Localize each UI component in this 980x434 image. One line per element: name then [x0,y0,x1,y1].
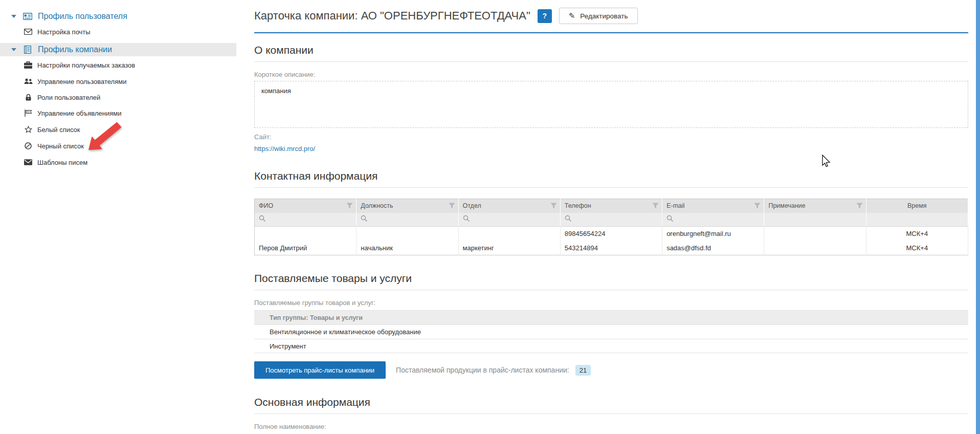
sidebar-item-white-list[interactable]: Белый список [0,123,80,136]
cell-phone: 89845654224 [560,227,662,241]
briefcase-icon [24,61,33,69]
sidebar-item-label: Настройки получаемых заказов [37,61,135,69]
sidebar-item-label: Управление объявлениями [37,110,121,117]
short-description-value: компания [261,87,291,95]
contacts-filter-row [255,213,968,227]
filter-funnel-icon[interactable] [550,203,557,210]
section-divider [254,187,968,188]
search-icon [666,215,674,224]
notebook-icon [23,46,33,54]
filter-cell-time [866,213,968,227]
edit-button-label: Редактировать [580,12,628,20]
sidebar-item-label: Шаблоны писем [37,159,87,166]
sidebar-item-label: Черный список [37,142,84,150]
view-pricelists-button[interactable]: Посмотреть прайс-листы компании [254,361,386,379]
sidebar-item-label: Роли пользователей [37,94,100,101]
envelope-icon [24,159,33,165]
chevron-down-icon[interactable] [11,15,16,18]
contact-row: 89845654224 orenburgneft@mail.ru МСК+4 [255,227,968,241]
section-heading-contacts: Контактная информация [254,170,377,182]
sidebar-item-user-roles[interactable]: Роли пользователей [0,91,100,103]
cell-department: маркетинг [458,241,560,255]
search-icon [259,215,266,224]
filter-funnel-icon[interactable] [346,203,353,210]
filter-funnel-icon[interactable] [449,203,455,210]
cell-email: orenburgneft@mail.ru [662,227,764,241]
cell-time: МСК+4 [866,227,968,241]
sidebar: Профиль пользователя Настройка почты Про… [0,0,240,434]
filter-input-department[interactable] [458,213,560,227]
column-header-email[interactable]: E-mail [662,199,764,213]
search-icon [361,215,368,224]
groups-label: Поставляемые группы товаров и услуг: [254,299,375,307]
main-content: Карточка компании: АО "ОРЕНБУРГНЕФТЕОТДА… [254,0,968,434]
cell-note [764,241,866,255]
section-divider [254,61,968,62]
search-icon [463,215,470,224]
site-label: Сайт: [254,133,272,141]
pencil-icon: ✎ [569,11,575,20]
list-item[interactable]: Инструмент [254,339,968,353]
sidebar-item-mail-templates[interactable]: Шаблоны писем [0,156,87,168]
vertical-scrollbar[interactable] [976,0,980,434]
sidebar-item-label: Белый список [37,126,80,134]
short-description-label: Короткое описание: [254,71,315,78]
short-description-box: компания [254,81,968,128]
section-heading-about: О компании [254,44,314,56]
column-header-time[interactable]: Время [866,199,968,213]
section-heading-main-info: Основная информация [254,396,370,408]
contact-row: Перов Дмитрий начальник маркетинг 543214… [255,241,968,255]
filter-input-fio[interactable] [255,213,357,227]
cell-email: sadas@dfsd.fd [662,241,764,255]
title-divider [254,32,968,33]
users-icon [24,78,33,84]
filter-input-phone[interactable] [560,213,662,227]
list-item[interactable]: Вентиляционное и климатическое оборудова… [254,324,968,339]
pricelist-count-label: Поставляемой продукции в прайс-листах ко… [396,366,569,374]
sidebar-item-mail-settings[interactable]: Настройка почты [0,26,91,38]
sidebar-item-label: Управление пользователями [37,78,126,85]
red-annotation-arrow [86,122,124,153]
column-header-department[interactable]: Отдел [458,199,560,213]
sidebar-item-label: Профиль компании [38,45,112,54]
sidebar-item-company-profile[interactable]: Профиль компании [0,43,236,56]
edit-button[interactable]: ✎ Редактировать [559,8,638,24]
user-lock-icon [24,94,33,101]
id-card-icon [23,13,33,20]
column-header-fio[interactable]: ФИО [255,199,357,213]
filter-input-email[interactable] [662,213,764,227]
column-header-position[interactable]: Должность [357,199,458,213]
page-title: Карточка компании: АО "ОРЕНБУРГНЕФТЕОТДА… [254,9,530,23]
contacts-header-row: ФИО Должность Отдел Телефон E-mail Приме… [255,199,968,213]
section-heading-products: Поставляемые товары и услуги [254,272,412,285]
group-type-header: Тип группы: Товары и услуги [254,310,968,324]
app-window: Профиль пользователя Настройка почты Про… [0,0,980,434]
cell-phone: 543214894 [560,241,662,255]
site-link[interactable]: https://wiki.mrcd.pro/ [254,145,315,153]
sidebar-item-announcements[interactable]: Управление объявлениями [0,107,121,119]
chevron-down-icon[interactable] [11,48,16,51]
filter-cell-note [764,213,866,227]
sidebar-item-user-profile[interactable]: Профиль пользователя [0,10,127,23]
help-button[interactable]: ? [538,9,552,23]
section-divider [254,290,968,290]
contacts-table: ФИО Должность Отдел Телефон E-mail Приме… [254,199,968,255]
cell-department [458,227,560,241]
filter-funnel-icon[interactable] [754,203,761,210]
sidebar-item-user-management[interactable]: Управление пользователями [0,75,126,88]
filter-funnel-icon[interactable] [652,203,659,210]
sidebar-item-order-settings[interactable]: Настройки получаемых заказов [0,59,135,71]
column-header-phone[interactable]: Телефон [560,199,662,213]
full-name-label: Полное наименование: [254,423,326,430]
column-header-note[interactable]: Примечание [764,199,866,213]
search-icon [565,215,572,224]
cell-position [357,227,458,241]
filter-funnel-icon[interactable] [856,203,863,210]
pricelist-row: Посмотреть прайс-листы компании Поставля… [254,361,968,379]
sidebar-item-black-list[interactable]: Черный список [0,140,84,152]
cell-time: МСК+4 [866,241,968,255]
cell-fio [255,227,357,241]
product-groups-list: Тип группы: Товары и услуги Вентиляционн… [254,310,968,353]
filter-input-position[interactable] [357,213,458,227]
cell-note [764,227,866,241]
